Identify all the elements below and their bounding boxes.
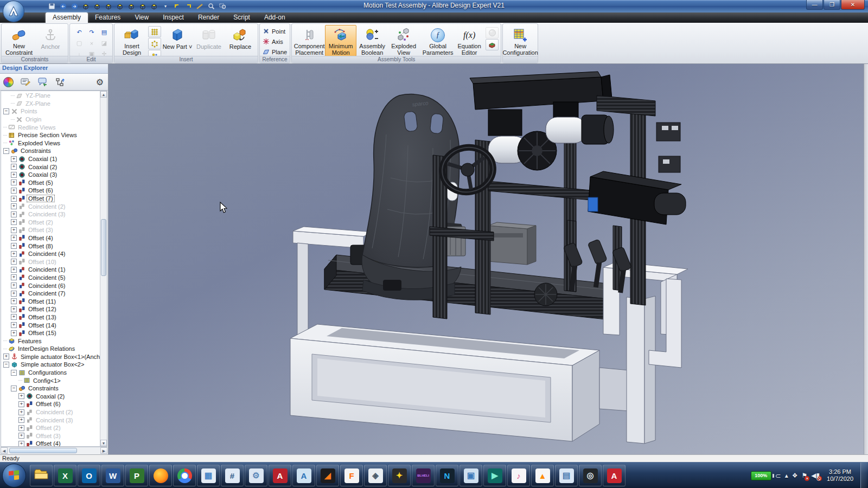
action-center-flag-icon[interactable]: ⚑× [801,472,807,479]
tree-item-coincident-7[interactable]: +Coincident (7) [1,290,100,298]
tree-expander[interactable]: + [11,243,17,249]
view-cube-4-button[interactable] [115,2,125,11]
tree-expander[interactable]: + [11,203,17,209]
undo-icon[interactable]: ↶ [73,27,86,38]
save-button[interactable] [47,2,56,11]
tree-item-coincident-2[interactable]: +Coincident (2) [1,408,100,416]
adobe-reader-taskbar-button[interactable]: A [603,465,626,486]
excel-taskbar-button[interactable]: X [54,465,76,486]
tree-item-coaxial-1[interactable]: +Coaxial (1) [1,155,100,163]
tree-expander[interactable]: − [3,362,9,368]
tree-options-button[interactable] [54,76,66,88]
vlc-taskbar-button[interactable]: ▲ [531,465,554,486]
tree-expander[interactable]: − [11,370,17,376]
tree-item-offset-3[interactable]: +Offset (3) [1,432,100,440]
tab-render[interactable]: Render [191,12,226,23]
calculator-taskbar-button[interactable]: # [221,465,244,486]
restore-button[interactable]: ❐ [824,0,840,10]
tab-assembly[interactable]: Assembly [46,12,88,23]
3d-viewport[interactable]: sparco [108,64,868,454]
minimize-button[interactable]: — [806,0,823,10]
new-configuration-button[interactable]: New Configuration [505,25,536,56]
tree-item-interdesign-relations[interactable]: InterDesign Relations [1,345,100,353]
autocad-taskbar-button[interactable]: A [269,465,291,486]
view-cube-5-button[interactable] [126,2,136,11]
tab-view[interactable]: View [127,12,156,23]
tree-expander[interactable]: + [3,354,9,359]
tree-expander[interactable]: + [11,298,17,304]
minimum-motion-button[interactable]: Minimum Motion [325,25,356,56]
new-part-button[interactable]: New Part ˅ [162,25,193,56]
tree-expander[interactable]: + [11,219,17,225]
tree-item-offset-7[interactable]: +Offset (7) [1,195,100,203]
axis-button[interactable]: Axis [263,37,287,46]
delete-icon[interactable]: × [85,37,98,49]
tree-item-yz-plane[interactable]: YZ-Plane [1,92,100,100]
view-cube-2-button[interactable] [92,2,102,11]
scroll-down-arrow[interactable]: ▼ [100,440,107,446]
tree-expander[interactable]: + [11,306,17,312]
tree-expander[interactable]: + [18,417,24,423]
tab-add-on[interactable]: Add-on [257,12,292,23]
tree-item-zx-plane[interactable]: ZX-Plane [1,100,100,108]
tree-item-coincident-6[interactable]: +Coincident (6) [1,281,100,290]
explorer-settings-button[interactable]: ⚙ [94,76,106,88]
tree-expander[interactable]: − [3,148,9,154]
itunes-taskbar-button[interactable]: ♪ [507,465,530,486]
tree-expander[interactable]: + [11,211,17,217]
h-scrollbar-thumb[interactable] [9,448,77,453]
insert-design-button[interactable]: Insert Design [116,25,148,56]
tree-item-offset-10[interactable]: +Offset (10) [1,258,100,266]
view-cube-6-button[interactable] [138,2,148,11]
tree-item-offset-11[interactable]: +Offset (11) [1,297,100,305]
tree-expander[interactable]: − [3,108,9,114]
tree-item-coincident-3[interactable]: +Coincident (3) [1,416,100,424]
tree-expander[interactable]: + [11,196,17,202]
rollback-button[interactable] [172,2,182,11]
battery-indicator[interactable]: 100% ⊂ [751,471,781,480]
blue-n-taskbar-button[interactable]: N [436,465,458,486]
tree-item-offset-6[interactable]: +Offset (6) [1,400,100,408]
tree-item-origin[interactable]: Origin [1,115,100,124]
tree-expander[interactable]: + [11,164,17,170]
render-sphere-button[interactable] [486,27,499,38]
scroll-left-arrow[interactable]: ◀ [1,447,8,454]
3d-viewport-canvas[interactable]: sparco [108,64,868,454]
tree-item-offset-6[interactable]: +Offset (6) [1,187,100,195]
select-box-icon[interactable]: ▢ [73,37,86,49]
tree-item-offset-13[interactable]: +Offset (13) [1,313,100,322]
scroll-up-arrow[interactable]: ▲ [100,91,107,98]
tab-inspect[interactable]: Inspect [156,12,191,23]
tree-item-configurations[interactable]: −Configurations [1,369,100,377]
hidden-icons-arrow[interactable]: ▴ [785,472,788,479]
word-taskbar-button[interactable]: W [101,465,124,486]
assembly-boolean-button[interactable]: Assembly Boolean [356,25,388,56]
redo-button[interactable] [69,2,79,11]
tree-item-offset-3[interactable]: +Offset (3) [1,226,100,234]
close-button[interactable]: ✕ [841,0,865,10]
model-servo-motor[interactable] [546,115,614,144]
tree-item-points[interactable]: −Points [1,107,100,115]
alibre-logo-icon[interactable] [3,1,24,22]
tree-item-redline-views[interactable]: Redline Views [1,123,100,131]
zoom-window-button[interactable] [218,2,227,11]
tree-item-simple-actuator-box-1-anchore[interactable]: +Simple actuator Box<1>(Anchore [1,353,100,361]
tree-item-simple-actuator-box-2[interactable]: −Simple actuator Box<2> [1,361,100,369]
tree-item-features[interactable]: Features [1,337,100,345]
start-button[interactable] [2,464,26,487]
tree-item-coincident-2[interactable]: +Coincident (2) [1,202,100,210]
suppress-icon[interactable]: ◪ [98,37,111,49]
project-taskbar-button[interactable]: P [125,465,148,486]
yellow-bee-taskbar-button[interactable]: ✦ [388,465,411,486]
tree-item-coaxial-2[interactable]: +Coaxial (2) [1,163,100,171]
tree-expander[interactable]: + [11,282,17,288]
tree-expander[interactable]: + [11,179,17,185]
photo-viewer-taskbar-button[interactable]: ▣ [459,465,482,486]
tab-features[interactable]: Features [88,12,127,23]
plane-button[interactable]: Plane [263,47,287,56]
tree-item-exploded-views[interactable]: Exploded Views [1,139,100,147]
tree-expander[interactable]: + [11,291,17,297]
views-dropdown-button[interactable]: ▾ [161,2,170,11]
volume-muted-icon[interactable]: ◀▮⃠ [811,472,820,479]
tree-expander[interactable]: + [18,401,24,407]
